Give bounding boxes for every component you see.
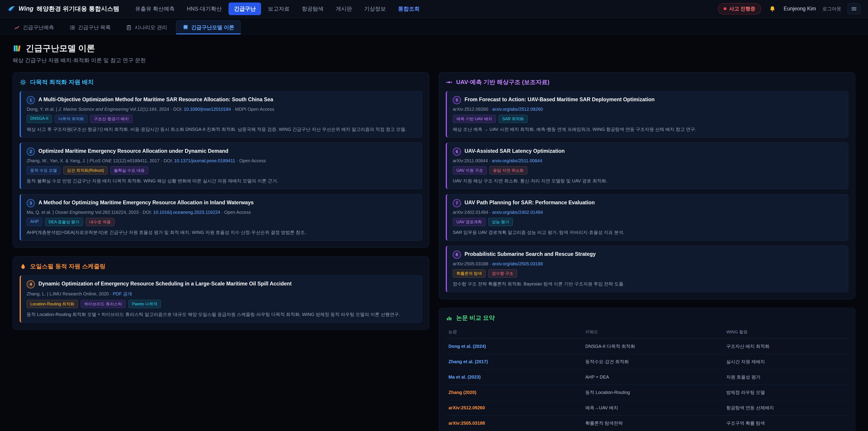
arxiv-link[interactable]: arxiv.org/abs/2512.09260 bbox=[492, 107, 543, 112]
paper-title: UAV-Assisted SAR Latency Optimization bbox=[465, 147, 565, 155]
incident-status-badge[interactable]: 사고 진행중 bbox=[718, 3, 761, 14]
paper-title: UAV Path Planning for SAR: Performance E… bbox=[465, 199, 595, 206]
paper-card-zhang-2020: 4 Dynamic Optimization of Emergency Reso… bbox=[20, 275, 422, 323]
paper-description: AHP(계층분석법)+DEA(자료포락분석)로 긴급구난 자원 효율성 평가 및… bbox=[27, 229, 416, 236]
doi-link[interactable]: 10.1016/j.oceaneng.2023.116224 bbox=[153, 210, 220, 215]
paper-name-cell[interactable]: Ma et al. (2023) bbox=[446, 370, 583, 385]
paper-number-badge: 1 bbox=[27, 96, 35, 104]
wing-usage-cell: 자원 효율성 평가 bbox=[723, 370, 848, 385]
paper-meta-suffix: · Open Access bbox=[220, 210, 251, 215]
paper-meta: Ma, Q. et al. | Ocean Engineering Vol.28… bbox=[27, 210, 416, 215]
panel-multi-objective-header: 다목적 최적화 자원 배치 bbox=[20, 78, 422, 86]
left-column: 다목적 최적화 자원 배치 1 A Multi-Objective Optimi… bbox=[13, 72, 429, 330]
paper-meta-tail: Vol.12(1):184, 2024 · DOI: bbox=[128, 107, 184, 112]
tab-label: 긴급구난예측 bbox=[23, 24, 54, 31]
logo-text: Wing bbox=[19, 5, 33, 12]
panel-uav-header: UAV·예측 기반 해상구조 (보조자료) bbox=[446, 78, 848, 86]
paper-title: A Method for Optimizing Maritime Emergen… bbox=[38, 199, 254, 206]
paper-tag: 구조선·항공기 배치 bbox=[90, 115, 132, 123]
paper-tags: UAV 지원 구조 응답 지연 최소화 bbox=[453, 166, 842, 175]
paper-title: Dynamic Optimization of Emergency Resour… bbox=[38, 280, 291, 287]
paper-name-cell[interactable]: arXiv:2505.03188 bbox=[446, 415, 583, 431]
comparison-row: arXiv:2512.09260 예측→UAV 배치 항공탐색 연동 선제배치 bbox=[446, 400, 848, 415]
nav-oil-spill-prediction[interactable]: 유출유 확산예측 bbox=[130, 2, 180, 15]
paper-tags: AHP DEA 효율성 평가 내수로 적용 bbox=[27, 218, 416, 226]
paper-tag: DEA 효율성 평가 bbox=[45, 218, 83, 226]
book-icon bbox=[183, 25, 188, 31]
tab-label: 긴급구난 목록 bbox=[78, 24, 111, 31]
nav-reports[interactable]: 보고자료 bbox=[262, 2, 295, 15]
pdf-link[interactable]: PDF 공개 bbox=[113, 291, 132, 296]
notification-bell-button[interactable] bbox=[767, 4, 777, 14]
col-paper: 논문 bbox=[446, 326, 583, 339]
keywords-cell: AHP + DEA bbox=[583, 370, 723, 385]
paper-meta: arXiv:2511.00844 · arxiv.org/abs/2511.00… bbox=[453, 158, 842, 163]
paper-tag: 다목적 최적화 bbox=[55, 115, 88, 123]
paper-tag: 잠수함 구조 bbox=[488, 269, 517, 278]
arxiv-link[interactable]: arxiv.org/abs/2505.03188 bbox=[492, 261, 543, 266]
comparison-header-row: 논문 키워드 WING 활용 bbox=[446, 326, 848, 339]
wing-logo-icon bbox=[8, 5, 16, 13]
nav-hns-dispersion[interactable]: HNS·대기확산 bbox=[181, 2, 227, 15]
paper-arxiv-id: arXiv:2511.00844 · bbox=[453, 158, 492, 163]
bell-icon bbox=[769, 5, 776, 12]
paper-tag: 응답 지연 최소화 bbox=[489, 166, 527, 175]
nav-aerial-search[interactable]: 항공탐색 bbox=[296, 2, 329, 15]
paper-description: 잠수함 구조 전략 확률론적 최적화. Bayesian 탐색 이론 기반 구조… bbox=[453, 280, 842, 287]
keywords-cell: 확률론적 탐색전략 bbox=[583, 415, 723, 431]
nav-emergency-rescue[interactable]: 긴급구난 bbox=[228, 2, 261, 15]
nav-weather-info[interactable]: 기상정보 bbox=[359, 2, 391, 15]
incident-status-label: 사고 진행중 bbox=[729, 5, 755, 12]
tab-rescue-prediction[interactable]: 긴급구난예측 bbox=[8, 20, 61, 34]
keywords-cell: 예측→UAV 배치 bbox=[583, 400, 723, 415]
paper-authors: Ma, Q. et al. | bbox=[27, 210, 55, 215]
doi-link[interactable]: 10.1371/journal.pone.0189411 bbox=[174, 158, 235, 163]
paper-tags: 예측 기반 UAV 배치 SAR 최적화 bbox=[453, 115, 842, 123]
paper-card-arxiv-2511-00844: 6 UAV-Assisted SAR Latency Optimization … bbox=[446, 143, 848, 189]
paper-card-zhang-2017: 2 Optimized Maritime Emergency Resource … bbox=[20, 143, 422, 189]
paper-journal: Ocean Engineering bbox=[55, 210, 94, 215]
paper-card-ma-2023: 3 A Method for Optimizing Maritime Emerg… bbox=[20, 194, 422, 241]
top-navigation-bar: Wing 해양환경 위기대응 통합시스템 유출유 확산예측 HNS·대기확산 긴… bbox=[0, 0, 868, 18]
arxiv-link[interactable]: arxiv.org/abs/2511.00844 bbox=[492, 158, 542, 163]
arxiv-link[interactable]: arxiv.org/abs/2402.01494 bbox=[492, 210, 543, 215]
paper-authors: Zhang, L. | LJMU Research Online, 2020 · bbox=[27, 291, 113, 296]
paper-tag: SAR 최적화 bbox=[499, 115, 528, 123]
paper-title: From Forecast to Action: UAV-Based Marit… bbox=[465, 96, 655, 103]
paper-card-arxiv-2505-03188: 8 Probabilistic Submarine Search and Res… bbox=[446, 246, 848, 292]
paper-arxiv-id: arXiv:2402.01494 · bbox=[453, 210, 492, 215]
paper-name-cell[interactable]: arXiv:2512.09260 bbox=[446, 400, 583, 415]
doi-link[interactable]: 10.3390/jmse12010184 bbox=[184, 107, 231, 112]
paper-number-badge: 2 bbox=[27, 148, 35, 156]
paper-description: 해상 조난 예측 → UAV 사전 배치 최적화. 예측-행동 연계 프레임워크… bbox=[453, 126, 842, 133]
nav-integrated-search[interactable]: 통합조회 bbox=[393, 2, 425, 15]
tab-rescue-model-theory[interactable]: 긴급구난모델 이론 bbox=[176, 20, 241, 34]
paper-name-cell[interactable]: Zhang et al. (2017) bbox=[446, 354, 583, 370]
paper-tag: Pareto 다목적 bbox=[128, 300, 161, 308]
page-title-row: 긴급구난모델 이론 bbox=[13, 43, 855, 54]
paper-card-arxiv-2512-09260: 5 From Forecast to Action: UAV-Based Mar… bbox=[446, 91, 848, 137]
panel-oil-spill-scheduling: 오일스필 동적 자원 스케줄링 4 Dynamic Optimization o… bbox=[13, 256, 429, 330]
gear-icon bbox=[20, 79, 26, 86]
paper-tags: 확률론적 탐색 잠수함 구조 bbox=[453, 269, 842, 278]
paper-tags: 동적 수요 모델 강건 최적화(Robust) 불확실 수요 대응 bbox=[27, 166, 416, 175]
alert-dot-icon bbox=[723, 7, 726, 10]
paper-description: SAR 임무용 UAV 경로계획 알고리즘 성능 비교 평가. 탐색 커버리지·… bbox=[453, 229, 842, 236]
paper-arxiv-id: arXiv:2512.09260 · bbox=[453, 107, 492, 112]
paper-tag: 내수로 적용 bbox=[86, 218, 114, 226]
col-wing-usage: WING 활용 bbox=[723, 326, 848, 339]
nav-board[interactable]: 게시판 bbox=[330, 2, 358, 15]
keywords-cell: 동적수요·강건 최적화 bbox=[583, 354, 723, 370]
paper-name-cell[interactable]: Zhang (2020) bbox=[446, 385, 583, 400]
hamburger-menu-button[interactable] bbox=[848, 3, 860, 14]
comparison-row: Zhang et al. (2017) 동적수요·강건 최적화 실시간 자원 재… bbox=[446, 354, 848, 370]
logout-button[interactable]: 로그아웃 bbox=[822, 6, 841, 12]
tab-scenario-management[interactable]: 시나리오 관리 bbox=[119, 20, 174, 34]
paper-number-badge: 6 bbox=[453, 148, 461, 156]
paper-name-cell[interactable]: Dong et al. (2024) bbox=[446, 339, 583, 354]
page-header: 긴급구난모델 이론 해상 긴급구난 자원 배치·최적화 이론 및 참고 연구 문… bbox=[13, 43, 855, 64]
paper-card-arxiv-2402-01494: 7 UAV Path Planning for SAR: Performance… bbox=[446, 194, 848, 241]
panel-title: 다목적 최적화 자원 배치 bbox=[30, 78, 94, 86]
tab-rescue-list[interactable]: 긴급구난 목록 bbox=[63, 20, 117, 34]
paper-arxiv-id: arXiv:2505.03188 · bbox=[453, 261, 492, 266]
